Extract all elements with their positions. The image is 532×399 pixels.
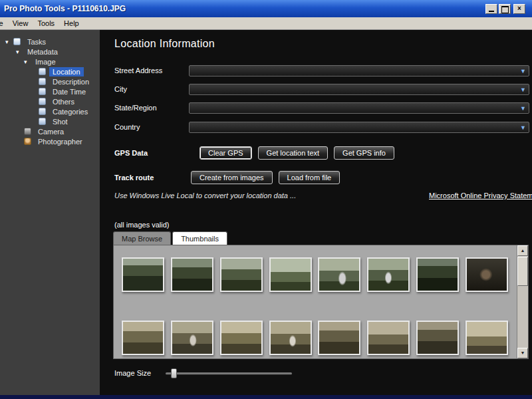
country-row: Country ▼ [114, 121, 529, 133]
tab-map-browse[interactable]: Map Browse [113, 231, 171, 245]
scroll-up-icon[interactable]: ▲ [517, 245, 528, 256]
thumbnail[interactable] [318, 257, 361, 292]
sidebar-item-image[interactable]: ▾ Image [0, 57, 100, 66]
state-region-row: State/Region ▼ [114, 102, 529, 114]
photo-thumbnail [171, 321, 213, 355]
sidebar-item-label: Categories [49, 107, 91, 116]
sidebar-item-metadata[interactable]: ▾ Metadata [0, 47, 100, 57]
photo-thumbnail [269, 321, 312, 355]
sidebar-item-label: Description [49, 77, 92, 86]
thumbnail[interactable] [122, 321, 165, 355]
street-address-label: Street Address [114, 66, 189, 74]
create-from-images-button[interactable]: Create from images [191, 171, 273, 184]
thumbnail[interactable] [122, 257, 165, 292]
menu-help[interactable]: Help [59, 19, 84, 27]
thumbnail[interactable] [171, 321, 214, 355]
menu-file[interactable]: File [0, 19, 8, 27]
scrollbar-thumb[interactable] [517, 257, 528, 286]
photo-thumbnail [318, 257, 360, 292]
tab-thumbnails[interactable]: Thumbnails [172, 231, 227, 245]
thumbnail[interactable] [465, 257, 508, 292]
image-size-slider[interactable] [166, 372, 292, 374]
track-route-label: Track route [114, 174, 191, 182]
photo-thumbnail [269, 257, 312, 292]
location-page-icon [39, 68, 46, 75]
thumbnail[interactable] [269, 321, 312, 355]
slider-thumb[interactable] [171, 368, 177, 378]
chevron-down-icon[interactable]: ▼ [520, 105, 526, 112]
state-region-label: State/Region [114, 104, 189, 112]
thumbnail[interactable] [318, 321, 361, 355]
photo-thumbnail [466, 321, 508, 355]
expander-icon[interactable]: ▾ [24, 59, 32, 65]
page-title: Location Information [114, 38, 215, 50]
country-combobox[interactable]: ▼ [189, 122, 529, 133]
thumbnail[interactable] [269, 257, 312, 292]
city-combobox[interactable]: ▼ [189, 84, 529, 95]
state-region-combobox[interactable]: ▼ [189, 102, 529, 114]
windows-live-note: Use Windows Live Local to convert your l… [114, 192, 296, 200]
vertical-scrollbar[interactable]: ▲ ▼ [517, 245, 528, 358]
sidebar-item-label: Metadata [24, 47, 61, 57]
others-page-icon [39, 98, 46, 105]
clear-gps-button[interactable]: Clear GPS [200, 146, 252, 160]
expander-icon[interactable]: ▾ [16, 49, 24, 55]
get-gps-info-button[interactable]: Get GPS info [334, 146, 394, 160]
gps-data-row: GPS Data Clear GPS Get location text Get… [114, 146, 400, 160]
thumbnail[interactable] [171, 257, 214, 292]
thumbnail[interactable] [220, 257, 263, 292]
sidebar-item-photographer[interactable]: Photographer [0, 136, 100, 146]
sidebar-item-camera[interactable]: Camera [0, 126, 100, 136]
sidebar-item-others[interactable]: Others [0, 96, 100, 106]
photo-thumbnail [416, 321, 459, 355]
sidebar-item-label: Shot [49, 117, 71, 126]
photo-thumbnail [171, 257, 213, 292]
title-bar: Pro Photo Tools - P1110610.JPG × [0, 0, 532, 17]
browser-tabs: Map Browse Thumbnails [113, 231, 229, 245]
window-controls: × [485, 4, 525, 14]
menu-view[interactable]: View [8, 19, 33, 27]
city-row: City ▼ [114, 83, 529, 95]
sidebar-item-shot[interactable]: Shot [0, 116, 100, 126]
street-address-combobox[interactable]: ▼ [189, 65, 529, 76]
load-from-file-button[interactable]: Load from file [279, 171, 340, 184]
photo-thumbnail [367, 321, 410, 355]
shot-page-icon [39, 118, 46, 125]
street-address-row: Street Address ▼ [114, 65, 529, 76]
menu-bar: File View Tools Help [0, 17, 532, 30]
categories-page-icon [39, 108, 46, 115]
photo-thumbnail [466, 257, 508, 292]
thumbnail[interactable] [367, 321, 410, 355]
close-button[interactable]: × [513, 4, 525, 14]
sidebar-item-description[interactable]: Description [0, 76, 100, 86]
thumbnail[interactable] [367, 257, 410, 292]
description-page-icon [39, 78, 46, 85]
minimize-button[interactable] [485, 4, 497, 14]
menu-tools[interactable]: Tools [33, 19, 59, 27]
photo-thumbnail [220, 321, 263, 355]
country-label: Country [114, 123, 189, 131]
photo-thumbnail [122, 257, 164, 292]
location-panel: Location Information Street Address ▼ Ci… [100, 30, 532, 395]
sidebar-item-location[interactable]: Location [0, 66, 100, 76]
chevron-down-icon[interactable]: ▼ [520, 124, 526, 131]
get-location-text-button[interactable]: Get location text [258, 146, 329, 160]
photo-thumbnail [220, 257, 263, 292]
scroll-down-icon[interactable]: ▼ [517, 348, 528, 358]
thumbnail[interactable] [465, 321, 508, 355]
thumbnail[interactable] [220, 321, 263, 355]
city-label: City [114, 85, 189, 93]
maximize-button[interactable] [499, 4, 511, 14]
thumbnail[interactable] [416, 321, 460, 355]
photo-thumbnail [318, 321, 360, 355]
expander-icon[interactable]: ▾ [5, 39, 13, 45]
chevron-down-icon[interactable]: ▼ [520, 86, 526, 93]
privacy-statement-link[interactable]: Microsoft Online Privacy Statement [429, 192, 532, 200]
thumbnail[interactable] [416, 257, 460, 292]
photo-thumbnail [416, 257, 459, 292]
window-title: Pro Photo Tools - P1110610.JPG [4, 4, 126, 13]
sidebar-item-tasks[interactable]: ▾ Tasks [0, 37, 100, 47]
chevron-down-icon[interactable]: ▼ [520, 68, 526, 74]
sidebar-item-categories[interactable]: Categories [0, 106, 100, 116]
sidebar-item-date-time[interactable]: Date Time [0, 86, 100, 96]
